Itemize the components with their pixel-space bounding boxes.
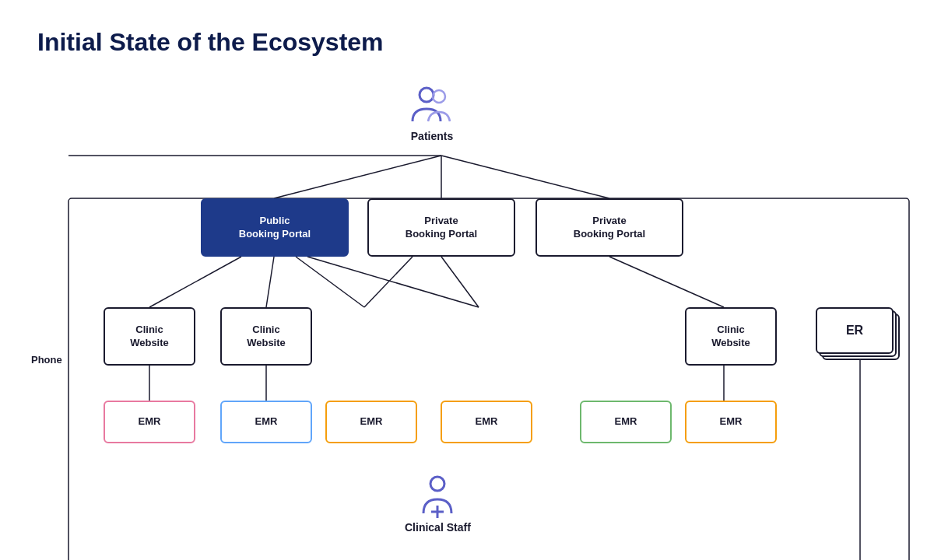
- svg-line-10: [441, 257, 479, 307]
- svg-point-17: [433, 90, 445, 103]
- emr-5: EMR: [580, 401, 672, 443]
- clinical-staff-label: Clinical Staff: [405, 521, 471, 534]
- emr-4: EMR: [441, 401, 532, 443]
- clinical-staff-icon-group: Clinical Staff: [405, 474, 471, 534]
- private-booking-portal-2: Private Booking Portal: [535, 198, 683, 257]
- svg-line-6: [266, 257, 274, 307]
- emr-1: EMR: [104, 401, 195, 443]
- private-booking-portal-1: Private Booking Portal: [367, 198, 515, 257]
- svg-line-9: [364, 257, 413, 307]
- public-booking-portal: Public Booking Portal: [201, 198, 349, 257]
- patients-label: Patients: [411, 130, 453, 142]
- emr-6: EMR: [685, 401, 777, 443]
- svg-line-3: [441, 156, 609, 198]
- page-title: Initial State of the Ecosystem: [0, 0, 934, 57]
- svg-line-8: [307, 257, 479, 307]
- clinic-website-2: Clinic Website: [220, 307, 312, 366]
- svg-line-7: [296, 257, 364, 307]
- svg-line-5: [149, 257, 241, 307]
- emr-3: EMR: [325, 401, 417, 443]
- patients-icon-group: Patients: [405, 86, 459, 142]
- clinic-website-1: Clinic Website: [104, 307, 195, 366]
- emr-2: EMR: [220, 401, 312, 443]
- svg-line-11: [609, 257, 724, 307]
- svg-line-1: [274, 156, 441, 198]
- clinic-website-3: Clinic Website: [685, 307, 777, 366]
- svg-point-18: [430, 477, 444, 491]
- phone-label: Phone: [31, 354, 62, 366]
- svg-point-16: [420, 88, 434, 102]
